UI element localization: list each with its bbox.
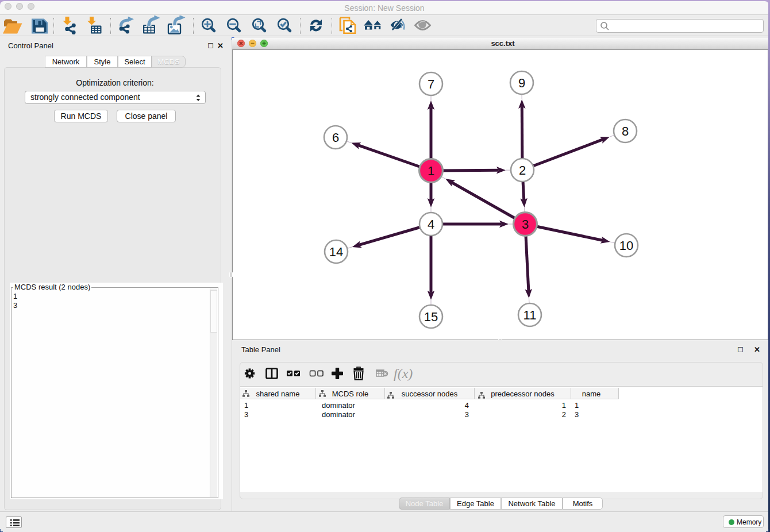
svg-text:2: 2: [519, 163, 526, 178]
svg-text:8: 8: [622, 124, 629, 138]
svg-text:9: 9: [518, 76, 525, 90]
svg-text:14: 14: [329, 245, 343, 259]
svg-text:10: 10: [619, 238, 633, 253]
svg-text:15: 15: [424, 310, 438, 324]
svg-text:f(x): f(x): [394, 366, 413, 381]
svg-text:1: 1: [428, 164, 434, 178]
svg-text:7: 7: [428, 77, 434, 91]
svg-text:4: 4: [428, 217, 434, 232]
svg-text:6: 6: [332, 130, 339, 145]
svg-text:11: 11: [523, 308, 537, 322]
svg-text:3: 3: [522, 217, 529, 232]
